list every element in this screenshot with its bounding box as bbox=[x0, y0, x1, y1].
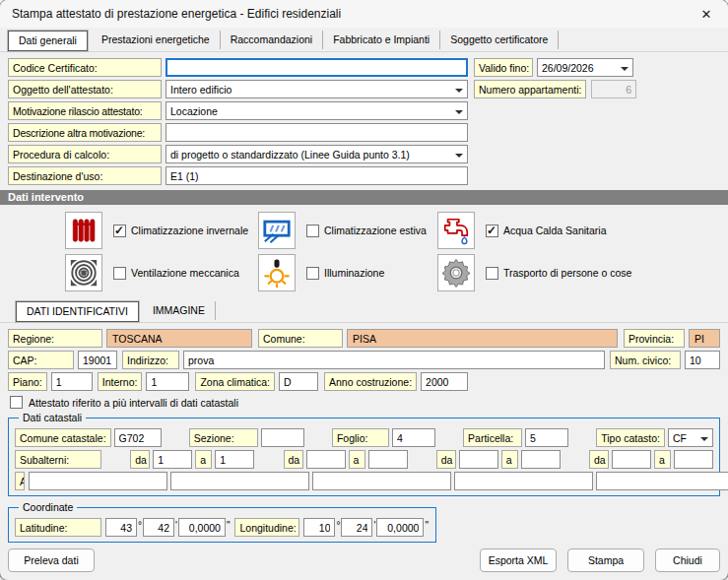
subalterni-da-input[interactable] bbox=[153, 450, 192, 469]
subalterni-da-input[interactable] bbox=[459, 450, 498, 469]
motivazione-select[interactable]: Locazione bbox=[165, 101, 468, 120]
dialog-window: Stampa attestato di prestazione energeti… bbox=[0, 0, 728, 580]
multi-catastali-checkbox[interactable] bbox=[10, 396, 23, 409]
lightbulb-icon bbox=[258, 254, 296, 291]
subalterni-da-label: da bbox=[589, 450, 609, 469]
tab-soggetto-certificatore[interactable]: Soggetto certificatore bbox=[440, 31, 559, 49]
foglio-label: Foglio: bbox=[332, 428, 389, 447]
illuminazione-checkbox[interactable] bbox=[306, 267, 319, 280]
multi-catastali-label: Attestato riferito a più intervalli di d… bbox=[29, 397, 238, 409]
row-catasto-1: Comune catastale: Sezione: Foglio: Parti… bbox=[15, 428, 713, 447]
subalterni-a-input[interactable] bbox=[368, 450, 408, 469]
subalterni-da-label: da bbox=[130, 450, 150, 469]
cap-input[interactable] bbox=[78, 351, 117, 369]
subalterni-a-input[interactable] bbox=[215, 450, 254, 469]
subalterni-a-label: a bbox=[195, 450, 212, 469]
tab-dati-identificativi[interactable]: DATI IDENTIFICATIVI bbox=[16, 301, 139, 322]
valido-fino-select[interactable]: 26/09/2026 bbox=[537, 58, 633, 77]
climatizzazione-estiva-label: Climatizzazione estiva bbox=[324, 225, 427, 236]
destinazione-uso-input[interactable] bbox=[165, 166, 468, 185]
comune-label: Comune: bbox=[258, 329, 343, 348]
chiudi-button[interactable]: Chiudi bbox=[655, 548, 720, 572]
numero-appartamenti-label: Numero appartamenti: bbox=[474, 80, 586, 98]
num-civico-input[interactable] bbox=[685, 351, 720, 369]
foglio-input[interactable] bbox=[392, 428, 435, 447]
preleva-dati-button[interactable]: Preleva dati bbox=[8, 548, 95, 572]
anno-costruzione-input[interactable] bbox=[421, 372, 468, 391]
zona-climatica-input[interactable] bbox=[279, 372, 318, 391]
ventilazione-meccanica-label: Ventilazione meccanica bbox=[131, 267, 239, 279]
tab-fabbricato-e-impianti[interactable]: Fabbricato e Impianti bbox=[323, 31, 440, 49]
fan-icon bbox=[65, 254, 102, 291]
gear-icon bbox=[437, 254, 475, 291]
codice-certificato-label: Codice Certificato: bbox=[8, 58, 162, 77]
subalterni-a-label: a bbox=[349, 450, 365, 469]
tab-dati-generali[interactable]: Dati generali bbox=[8, 31, 88, 51]
longitudine-sec-input[interactable] bbox=[376, 518, 424, 537]
climatizzazione-invernale-label: Climatizzazione invernale bbox=[131, 225, 248, 236]
chevron-down-icon bbox=[621, 67, 629, 75]
tab-prestazioni-energetiche[interactable]: Prestazioni energetiche bbox=[92, 31, 221, 49]
climatizzazione-invernale-checkbox[interactable] bbox=[113, 225, 126, 237]
piano-input[interactable] bbox=[51, 372, 93, 391]
particella-input[interactable] bbox=[525, 428, 568, 447]
row-cap-indirizzo: CAP: Indirizzo: Num. civico: bbox=[8, 351, 720, 369]
subalterni-a-input[interactable] bbox=[674, 450, 713, 469]
coordinate-title: Coordinate bbox=[19, 500, 77, 514]
destinazione-uso-label: Destinazione d'uso: bbox=[8, 166, 162, 185]
row-destinazione-uso: Destinazione d'uso: bbox=[8, 166, 720, 185]
altri-subalterni-label: Altri subalterni: bbox=[15, 472, 25, 490]
sezione-input[interactable] bbox=[261, 428, 304, 447]
tab-panel-dati-generali: Codice Certificato: Valido fino: 26/09/2… bbox=[0, 52, 728, 543]
stampa-button[interactable]: Stampa bbox=[567, 548, 644, 572]
altri-subalterni-input[interactable] bbox=[170, 472, 309, 490]
chevron-down-icon bbox=[455, 110, 463, 118]
descrizione-altra-motivazione-label: Descrizione altra motivazione: bbox=[8, 123, 162, 142]
window-title: Stampa attestato di prestazione energeti… bbox=[0, 7, 341, 21]
oggetto-attestato-select[interactable]: Intero edificio bbox=[165, 80, 468, 98]
altri-subalterni-input[interactable] bbox=[596, 472, 728, 490]
radiator-icon bbox=[65, 212, 102, 249]
row-coordinate: Latitudine: ° ' " Longitudine: ° ' " bbox=[15, 518, 430, 537]
altri-subalterni-input[interactable] bbox=[312, 472, 451, 490]
subalterni-label: Subalterni: bbox=[15, 450, 101, 469]
intervento-item-trasporto: Trasporto di persone o cose bbox=[437, 254, 720, 291]
esporta-xml-button[interactable]: Esporta XML bbox=[480, 548, 557, 572]
dati-catastali-group: Dati catastali Comune catastale: Sezione… bbox=[8, 418, 720, 496]
altri-subalterni-input[interactable] bbox=[454, 472, 593, 490]
acqua-calda-sanitaria-checkbox[interactable] bbox=[486, 225, 498, 237]
interno-input[interactable] bbox=[146, 372, 189, 391]
second-symbol: " bbox=[424, 520, 430, 535]
valido-fino-label: Valido fino: bbox=[474, 58, 533, 77]
altri-subalterni-input[interactable] bbox=[29, 472, 167, 490]
latitudine-sec-input[interactable] bbox=[178, 518, 226, 537]
comune-catastale-input[interactable] bbox=[114, 428, 162, 447]
subalterni-a-input[interactable] bbox=[521, 450, 561, 469]
trasporto-persone-cose-label: Trasporto di persone o cose bbox=[503, 267, 631, 279]
subalterni-da-input[interactable] bbox=[612, 450, 651, 469]
coordinate-group: Coordinate Latitudine: ° ' " Longitudine… bbox=[8, 507, 436, 543]
num-civico-label: Num. civico: bbox=[610, 351, 681, 369]
row-oggetto-attestato: Oggetto dell'attestato: Intero edificio … bbox=[8, 80, 720, 98]
descrizione-altra-motivazione-input[interactable] bbox=[165, 123, 468, 142]
tab-immagine[interactable]: IMMAGINE bbox=[143, 301, 216, 320]
footer-bar: Preleva dati Esporta XML Stampa Chiudi bbox=[0, 548, 728, 572]
climatizzazione-estiva-checkbox[interactable] bbox=[306, 225, 319, 237]
subalterni-da-input[interactable] bbox=[306, 450, 346, 469]
latitudine-deg-input[interactable] bbox=[105, 518, 137, 537]
tab-raccomandazioni[interactable]: Raccomandazioni bbox=[221, 31, 323, 49]
procedura-calcolo-select[interactable]: di progetto o standardizzato (Linee Guid… bbox=[165, 145, 468, 163]
indirizzo-input[interactable] bbox=[183, 351, 605, 369]
tipo-catasto-select[interactable]: CF bbox=[668, 428, 713, 447]
ventilazione-meccanica-checkbox[interactable] bbox=[113, 267, 126, 280]
latitudine-min-input[interactable] bbox=[143, 518, 174, 537]
close-button[interactable]: ✕ bbox=[685, 0, 728, 28]
anno-costruzione-label: Anno costruzione: bbox=[324, 372, 417, 391]
particella-label: Particella: bbox=[463, 428, 522, 447]
longitudine-min-input[interactable] bbox=[341, 518, 372, 537]
zona-climatica-label: Zona climatica: bbox=[195, 372, 275, 391]
codice-certificato-input[interactable] bbox=[165, 58, 468, 77]
longitudine-deg-input[interactable] bbox=[303, 518, 335, 537]
valido-fino-value: 26/09/2026 bbox=[542, 62, 594, 74]
trasporto-persone-cose-checkbox[interactable] bbox=[486, 267, 498, 280]
